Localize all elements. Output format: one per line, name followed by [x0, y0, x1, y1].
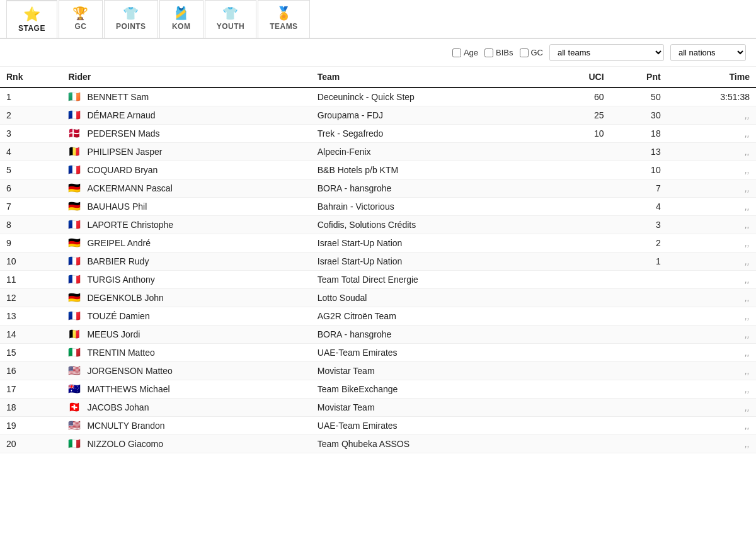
bibs-checkbox[interactable]: [484, 48, 493, 57]
rider-flag: 🇦🇺: [68, 385, 82, 394]
rider-flag: 🇺🇸: [68, 366, 82, 375]
cell-uci: [551, 362, 610, 380]
cell-uci: [551, 216, 610, 234]
cell-pnt: [610, 289, 667, 307]
cell-rider: 🇮🇹TRENTIN Matteo: [62, 344, 311, 362]
age-checkbox[interactable]: [452, 48, 461, 57]
cell-rider: 🇫🇷COQUARD Bryan: [62, 161, 311, 179]
cell-rider: 🇩🇰PEDERSEN Mads: [62, 125, 311, 143]
cell-time: ,,: [667, 435, 756, 453]
cell-rnk: 16: [0, 362, 62, 380]
cell-uci: 60: [551, 88, 610, 106]
table-row: 7🇩🇪BAUHAUS PhilBahrain - Victorious4,,: [0, 198, 756, 216]
cell-time: ,,: [667, 417, 756, 435]
cell-time: ,,: [667, 216, 756, 234]
rider-flag: 🇮🇹: [68, 439, 82, 448]
cell-rnk: 18: [0, 399, 62, 417]
cell-team: Israel Start-Up Nation: [311, 252, 551, 271]
cell-time: ,,: [667, 326, 756, 344]
rider-flag: 🇩🇪: [68, 293, 82, 302]
cell-uci: [551, 252, 610, 271]
cell-rider: 🇩🇪BAUHAUS Phil: [62, 198, 311, 216]
gc-checkbox[interactable]: [520, 48, 529, 57]
cell-rnk: 3: [0, 125, 62, 143]
cell-time: ,,: [667, 380, 756, 399]
rider-flag: 🇧🇪: [68, 147, 82, 156]
cell-pnt: 1: [610, 252, 667, 271]
tab-youth[interactable]: 👕 YOUTH: [205, 0, 257, 38]
rider-name: MATTHEWS Michael: [87, 384, 169, 394]
cell-uci: 10: [551, 125, 610, 143]
table-row: 10🇫🇷BARBIER RudyIsrael Start-Up Nation1,…: [0, 252, 756, 271]
rider-flag: 🇧🇪: [68, 330, 82, 339]
cell-pnt: 4: [610, 198, 667, 216]
cell-rnk: 8: [0, 216, 62, 234]
cell-uci: [551, 289, 610, 307]
gc-filter-label[interactable]: GC: [520, 48, 544, 57]
rider-name: BAUHAUS Phil: [87, 201, 147, 212]
cell-team: Bahrain - Victorious: [311, 198, 551, 216]
cell-rnk: 4: [0, 143, 62, 161]
cell-rnk: 19: [0, 417, 62, 435]
tab-gc-label: GC: [74, 22, 86, 31]
table-row: 12🇩🇪DEGENKOLB JohnLotto Soudal,,: [0, 289, 756, 307]
teams-select[interactable]: all teams Deceuninck - Quick Step Groupa…: [549, 44, 664, 61]
cell-pnt: 50: [610, 88, 667, 106]
cell-team: B&B Hotels p/b KTM: [311, 161, 551, 179]
cell-team: Cofidis, Solutions Crédits: [311, 216, 551, 234]
rider-name: GREIPEL André: [87, 238, 151, 248]
tab-teams-label: TEAMS: [270, 22, 298, 31]
cell-pnt: 2: [610, 234, 667, 252]
nations-select[interactable]: all nations Ireland France Denmark: [670, 44, 746, 61]
tab-kom[interactable]: 🎽 KOM: [159, 0, 203, 38]
cell-rider: 🇺🇸MCNULTY Brandon: [62, 417, 311, 435]
rider-name: MEEUS Jordi: [87, 329, 140, 339]
table-row: 4🇧🇪PHILIPSEN JasperAlpecin-Fenix13,,: [0, 143, 756, 161]
cell-rider: 🇫🇷BARBIER Rudy: [62, 252, 311, 271]
cell-pnt: 13: [610, 143, 667, 161]
cell-team: UAE-Team Emirates: [311, 344, 551, 362]
col-uci: UCI: [551, 67, 610, 88]
table-row: 16🇺🇸JORGENSON MatteoMovistar Team,,: [0, 362, 756, 380]
tab-teams[interactable]: 🏅 TEAMS: [258, 0, 310, 38]
cell-uci: [551, 179, 610, 198]
age-filter-label[interactable]: Age: [452, 48, 478, 57]
cell-rnk: 7: [0, 198, 62, 216]
cell-team: Team BikeExchange: [311, 380, 551, 399]
cell-time: ,,: [667, 198, 756, 216]
cell-rnk: 11: [0, 271, 62, 289]
rider-name: TOUZÉ Damien: [87, 311, 149, 321]
rider-flag: 🇫🇷: [68, 111, 82, 120]
cell-pnt: [610, 380, 667, 399]
cell-team: BORA - hansgrohe: [311, 179, 551, 198]
cell-pnt: [610, 435, 667, 453]
cell-team: Alpecin-Fenix: [311, 143, 551, 161]
cell-team: Movistar Team: [311, 362, 551, 380]
cell-team: UAE-Team Emirates: [311, 417, 551, 435]
cell-team: Trek - Segafredo: [311, 125, 551, 143]
rider-flag: 🇫🇷: [68, 312, 82, 320]
cell-time: ,,: [667, 161, 756, 179]
rider-name: BARBIER Rudy: [87, 256, 149, 266]
cell-uci: [551, 417, 610, 435]
cell-time: ,,: [667, 125, 756, 143]
table-row: 5🇫🇷COQUARD BryanB&B Hotels p/b KTM10,,: [0, 161, 756, 179]
cell-uci: [551, 271, 610, 289]
rider-name: LAPORTE Christophe: [87, 220, 173, 230]
rider-flag: 🇺🇸: [68, 421, 82, 430]
bibs-filter-label[interactable]: BIBs: [484, 48, 513, 57]
cell-rider: 🇫🇷LAPORTE Christophe: [62, 216, 311, 234]
rider-name: NIZZOLO Giacomo: [87, 439, 163, 449]
tab-points[interactable]: 👕 POINTS: [104, 0, 158, 38]
points-icon: 👕: [123, 6, 139, 21]
cell-rnk: 15: [0, 344, 62, 362]
table-row: 2🇫🇷DÉMARE ArnaudGroupama - FDJ2530,,: [0, 106, 756, 125]
cell-pnt: [610, 362, 667, 380]
tab-gc[interactable]: 🏆 GC: [59, 0, 103, 38]
table-row: 1🇮🇪BENNETT SamDeceuninck - Quick Step605…: [0, 88, 756, 106]
cell-team: Israel Start-Up Nation: [311, 234, 551, 252]
cell-time: ,,: [667, 252, 756, 271]
tab-stage[interactable]: ⭐ STAGE: [6, 0, 57, 38]
cell-uci: [551, 326, 610, 344]
cell-rnk: 2: [0, 106, 62, 125]
